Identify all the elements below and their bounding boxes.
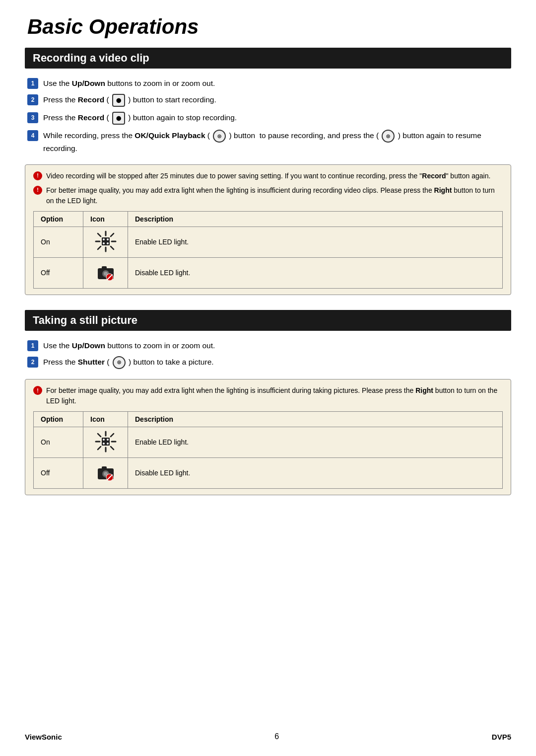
svg-point-30 bbox=[103, 443, 105, 445]
svg-line-7 bbox=[111, 233, 114, 236]
step-number-4: 4 bbox=[27, 130, 38, 141]
still-note-box: ! For better image quality, you may add … bbox=[25, 379, 511, 495]
step-4-text: While recording, press the OK/Quick Play… bbox=[43, 130, 511, 154]
svg-line-6 bbox=[111, 246, 114, 249]
step-number-3: 3 bbox=[27, 112, 38, 123]
step-3-text: Press the Record ( ⬤ ) button again to s… bbox=[43, 112, 511, 125]
note-2: ! For better image quality, you may add … bbox=[33, 185, 503, 206]
svg-line-24 bbox=[98, 434, 101, 437]
still-led-off-icon bbox=[95, 461, 117, 483]
still-step-2-text: Press the Shutter ( ◎ ) button to take a… bbox=[43, 356, 511, 369]
icon-off bbox=[83, 257, 128, 288]
still-table-row: On bbox=[34, 427, 503, 457]
step-1: 1 Use the Up/Down buttons to zoom in or … bbox=[27, 77, 511, 89]
section-still-header: Taking a still picture bbox=[25, 310, 511, 331]
section-recording: Recording a video clip 1 Use the Up/Down… bbox=[25, 48, 511, 295]
svg-line-8 bbox=[98, 246, 101, 249]
footer-page-number: 6 bbox=[274, 732, 279, 741]
page-title: Basic Operations bbox=[25, 15, 511, 39]
note-1: ! Video recording will be stopped after … bbox=[33, 171, 503, 181]
table-row: On bbox=[34, 227, 503, 257]
note-bullet-2: ! bbox=[33, 186, 42, 195]
section-recording-header: Recording a video clip bbox=[25, 48, 511, 69]
svg-point-28 bbox=[103, 439, 105, 441]
ok-icon-1: ◎ bbox=[213, 130, 226, 143]
option-off: Off bbox=[34, 257, 83, 288]
still-note-1-text: For better image quality, you may add ex… bbox=[46, 385, 503, 406]
svg-point-11 bbox=[103, 242, 105, 244]
note-1-text: Video recording will be stopped after 25… bbox=[46, 171, 503, 181]
record-icon-1: ⬤ bbox=[112, 94, 125, 107]
still-steps: 1 Use the Up/Down buttons to zoom in or … bbox=[25, 340, 511, 369]
shutter-icon: ◎ bbox=[113, 356, 126, 369]
still-step-1-text: Use the Up/Down buttons to zoom in or zo… bbox=[43, 340, 511, 351]
svg-point-9 bbox=[103, 238, 105, 240]
still-desc-off: Disable LED light. bbox=[128, 457, 503, 488]
step-number-1: 1 bbox=[27, 78, 38, 89]
ok-icon-2: ◎ bbox=[382, 130, 395, 143]
still-led-on-icon bbox=[95, 431, 117, 453]
led-on-icon bbox=[95, 230, 117, 252]
table-header-row: Option Icon Description bbox=[34, 211, 503, 227]
still-col-description: Description bbox=[128, 411, 503, 427]
step-1-text: Use the Up/Down buttons to zoom in or zo… bbox=[43, 77, 511, 89]
footer-brand: ViewSonic bbox=[25, 733, 62, 741]
note-2-text: For better image quality, you may add ex… bbox=[46, 185, 503, 206]
recording-led-table: Option Icon Description On bbox=[33, 211, 503, 289]
col-icon: Icon bbox=[83, 211, 128, 227]
svg-line-5 bbox=[98, 233, 101, 236]
svg-line-26 bbox=[111, 434, 114, 437]
option-on: On bbox=[34, 227, 83, 257]
table-row: Off bbox=[34, 257, 503, 288]
svg-rect-33 bbox=[102, 466, 107, 469]
still-note-1: ! For better image quality, you may add … bbox=[33, 385, 503, 406]
still-option-on: On bbox=[34, 427, 83, 457]
step-3: 3 Press the Record ( ⬤ ) button again to… bbox=[27, 112, 511, 125]
step-4: 4 While recording, press the OK/Quick Pl… bbox=[27, 130, 511, 154]
still-desc-on: Enable LED light. bbox=[128, 427, 503, 457]
still-step-number-2: 2 bbox=[27, 357, 38, 368]
still-note-bullet-1: ! bbox=[33, 386, 42, 395]
col-option: Option bbox=[34, 211, 83, 227]
svg-point-31 bbox=[107, 443, 109, 445]
still-step-number-1: 1 bbox=[27, 340, 38, 351]
svg-point-12 bbox=[107, 242, 109, 244]
still-step-1: 1 Use the Up/Down buttons to zoom in or … bbox=[27, 340, 511, 351]
still-table-row-off: Off Disable LED light. bbox=[34, 457, 503, 488]
still-led-table: Option Icon Description On bbox=[33, 411, 503, 489]
still-col-option: Option bbox=[34, 411, 83, 427]
section-still: Taking a still picture 1 Use the Up/Down… bbox=[25, 310, 511, 495]
page-content: Basic Operations Recording a video clip … bbox=[0, 0, 536, 540]
icon-on bbox=[83, 227, 128, 257]
page-footer: ViewSonic 6 DVP5 bbox=[25, 732, 511, 741]
still-icon-off bbox=[83, 457, 128, 488]
svg-rect-19 bbox=[102, 438, 110, 446]
desc-off: Disable LED light. bbox=[128, 257, 503, 288]
footer-model: DVP5 bbox=[492, 733, 511, 741]
recording-steps: 1 Use the Up/Down buttons to zoom in or … bbox=[25, 77, 511, 154]
still-icon-on bbox=[83, 427, 128, 457]
svg-line-27 bbox=[98, 447, 101, 450]
svg-rect-14 bbox=[102, 266, 107, 269]
svg-point-29 bbox=[107, 439, 109, 441]
still-step-2: 2 Press the Shutter ( ◎ ) button to take… bbox=[27, 356, 511, 369]
svg-point-10 bbox=[107, 238, 109, 240]
step-2: 2 Press the Record ( ⬤ ) button to start… bbox=[27, 94, 511, 107]
col-description: Description bbox=[128, 211, 503, 227]
svg-rect-0 bbox=[102, 237, 110, 245]
step-number-2: 2 bbox=[27, 94, 38, 105]
still-table-header-row: Option Icon Description bbox=[34, 411, 503, 427]
step-2-text: Press the Record ( ⬤ ) button to start r… bbox=[43, 94, 511, 107]
svg-line-25 bbox=[111, 447, 114, 450]
led-off-icon bbox=[95, 261, 117, 283]
recording-note-box: ! Video recording will be stopped after … bbox=[25, 164, 511, 295]
still-col-icon: Icon bbox=[83, 411, 128, 427]
note-bullet-1: ! bbox=[33, 171, 42, 180]
still-option-off: Off bbox=[34, 457, 83, 488]
desc-on: Enable LED light. bbox=[128, 227, 503, 257]
record-icon-2: ⬤ bbox=[112, 112, 125, 125]
